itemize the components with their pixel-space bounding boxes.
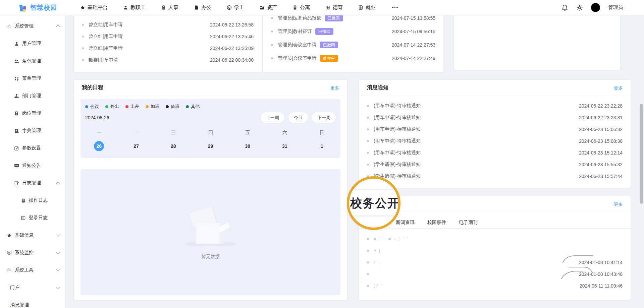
user-avatar[interactable]: [591, 3, 600, 12]
calendar-day[interactable]: 30: [243, 141, 253, 151]
card-title: 消息通知: [367, 84, 388, 91]
bullet-dot: [367, 250, 369, 252]
calendar-weekday: 一: [94, 130, 104, 136]
sidebar-item-system-monitor[interactable]: 系统监控: [0, 244, 65, 261]
app-logo[interactable]: 智慧校园: [0, 3, 63, 12]
list-item[interactable]: ⌊2 ˙2024-06-11 11:09:46: [359, 280, 631, 292]
calendar-weekday: 三: [168, 130, 178, 136]
calendar-day[interactable]: 27: [131, 141, 141, 151]
prev-week-button[interactable]: 上一周: [261, 112, 284, 123]
nav-item-platform[interactable]: 基础平台: [72, 0, 115, 15]
nav-item-staff[interactable]: 教职工: [115, 0, 153, 15]
calendar-day[interactable]: 31: [280, 141, 290, 151]
badge-icon: [14, 111, 19, 116]
sidebar-item-department-management[interactable]: 部门管理: [0, 87, 65, 105]
dictionary-icon: [14, 128, 19, 133]
calendar-day-selected[interactable]: 26: [94, 141, 104, 151]
nav-item-student-affairs[interactable]: 学工: [219, 0, 252, 15]
sidebar-item-message-management[interactable]: 消息管理: [0, 296, 65, 308]
status-badge: 已撤回: [320, 42, 338, 48]
calendar-day[interactable]: 29: [205, 141, 215, 151]
sidebar-item-system-management[interactable]: 系统管理: [0, 17, 65, 35]
next-week-button[interactable]: 下一周: [312, 112, 336, 123]
list-item[interactable]: 管理员|会议室申请 已撤回 2024-07-14 22:27:53: [263, 38, 443, 52]
list-item[interactable]: 管理员|医务药品报废 已撤回 2024-07-15 13:58:55: [263, 15, 443, 25]
list-item[interactable]: 管理员|教材征订 已撤回 2024-07-15 09:56:15: [263, 25, 443, 38]
list-item[interactable]: 2024-01-08 10:43:48: [359, 268, 631, 280]
sidebar-label: 操作日志: [29, 197, 48, 203]
bullet-dot: [82, 47, 84, 49]
primary-nav: 基础平台 教职工 人事 办公 学工 资产: [72, 0, 407, 15]
more-link[interactable]: 更多: [614, 201, 623, 207]
list-item[interactable]: 甄鑫|用车申请 2024-06-22 00:34:00: [74, 54, 262, 66]
building-icon: [292, 5, 298, 10]
bullet-dot: [82, 24, 84, 26]
calendar-day[interactable]: 28: [168, 141, 178, 151]
tab-news[interactable]: 新闻资讯: [396, 220, 415, 226]
sidebar-item-system-tools[interactable]: 系统工具: [0, 261, 65, 279]
nav-item-hr[interactable]: 人事: [153, 0, 186, 15]
list-item[interactable]: (学生请假)-待审核通知2024-06-23 15:55:32: [359, 159, 631, 170]
item-title: (用车申请)-待审核通知: [374, 126, 575, 132]
sidebar-label: 系统工具: [15, 267, 34, 273]
user-name: 管理员: [608, 4, 623, 11]
sidebar-label: 基础信息: [15, 232, 34, 238]
item-title: (用车申请)-待审核通知: [374, 150, 575, 156]
empty-state-text: 暂无数据: [80, 254, 340, 260]
legend-item: 值班: [166, 104, 179, 110]
sidebar-item-portal[interactable]: 门户: [0, 279, 65, 296]
legend-label: 值班: [171, 104, 179, 110]
sidebar-item-parameter-settings[interactable]: 参数设置: [0, 139, 65, 157]
list-item[interactable]: (用车申请)-待审核通知2024-06-23 15:06:32: [359, 123, 631, 135]
sidebar-item-user-management[interactable]: 用户管理: [0, 35, 65, 52]
sidebar-item-operation-log[interactable]: 操作日志: [0, 192, 65, 209]
list-item[interactable]: 管理员|会议室申请 处理中 2024-07-14 22:27:49: [263, 52, 443, 65]
loupe-divider-line: [347, 189, 400, 190]
more-link[interactable]: 更多: [330, 85, 339, 91]
list-item[interactable]: 曾立红|用车申请 2024-06-22 13:26:58: [74, 19, 262, 30]
list-item[interactable]: (用车申请)-待审核通知2024-06-22 23:23:31: [359, 112, 631, 123]
list-item[interactable]: ≠⋮ ∽≍ ⌐ ¦ ˙ ˙: [359, 233, 631, 245]
nav-more-button[interactable]: [383, 0, 407, 15]
notification-bell-icon[interactable]: [561, 4, 568, 11]
calendar-day[interactable]: 1: [317, 141, 327, 151]
list-item[interactable]: (用车申请)-待审核通知2024-06-23 15:08:38: [359, 135, 631, 147]
sidebar-label: 字典管理: [22, 128, 41, 134]
sidebar-item-notice-announcement[interactable]: 通知公告: [0, 157, 65, 174]
list-item[interactable]: (学生请假)-待审核通知2024-06-23 15:57:44: [359, 170, 631, 182]
sidebar-item-login-log[interactable]: 登录日志: [0, 209, 65, 227]
vertical-scrollbar-thumb[interactable]: [640, 104, 643, 204]
tab-campus-events[interactable]: 校园事件: [427, 220, 446, 226]
sidebar-item-post-management[interactable]: 岗位管理: [0, 105, 65, 122]
schedule-card: 我的日程 更多 会议 外出 出差 加班 值班 其他 2024-08-26 上一周…: [74, 80, 347, 300]
org-chart-icon: [14, 94, 19, 99]
settings-gear-icon[interactable]: [576, 4, 583, 11]
sidebar-item-dictionary-management[interactable]: 字典管理: [0, 122, 65, 139]
list-item[interactable]: 曾立红|用车申请 2024-06-22 13:25:09: [74, 42, 262, 54]
chevron-down-icon: [56, 233, 60, 237]
more-link[interactable]: 更多: [614, 85, 623, 91]
list-item[interactable]: Γ .2024-01-08 10:41:14: [359, 256, 631, 268]
nav-item-moral-education[interactable]: 德育: [318, 0, 351, 15]
nav-item-employment[interactable]: 就业: [351, 0, 383, 15]
tab-e-journal[interactable]: 电子期刊: [459, 220, 478, 226]
current-date: 2024-08-26: [85, 115, 109, 120]
sidebar-item-menu-management[interactable]: 菜单管理: [0, 70, 65, 87]
menu-tree-icon: [14, 76, 19, 81]
today-button[interactable]: 今日: [288, 112, 308, 123]
list-item[interactable]: 曾立红|用车申请 2024-06-22 13:25:46: [74, 30, 262, 42]
sidebar-label: 菜单管理: [22, 75, 41, 81]
list-item[interactable]: ∃ ¦: [359, 245, 631, 256]
sidebar-label: 日志管理: [22, 180, 41, 186]
nav-item-office[interactable]: 办公: [186, 0, 219, 15]
sidebar-item-log-management[interactable]: 日志管理: [0, 174, 65, 192]
sidebar-item-role-management[interactable]: 角色管理: [0, 52, 65, 70]
nav-item-apartment[interactable]: 公寓: [285, 0, 318, 15]
nav-item-assets[interactable]: 资产: [252, 0, 285, 15]
item-time: 2024-01-08 10:41:14: [579, 260, 623, 265]
list-item[interactable]: (用车申请)-待审核通知2024-06-22 23:22:28: [359, 100, 631, 112]
sidebar-item-basic-info[interactable]: 基础信息: [0, 227, 65, 244]
list-item[interactable]: (用车申请)-待审核通知2024-06-23 15:12:14: [359, 147, 631, 159]
sidebar-label: 消息管理: [10, 302, 29, 308]
calendar-weekday: 四: [205, 130, 215, 136]
